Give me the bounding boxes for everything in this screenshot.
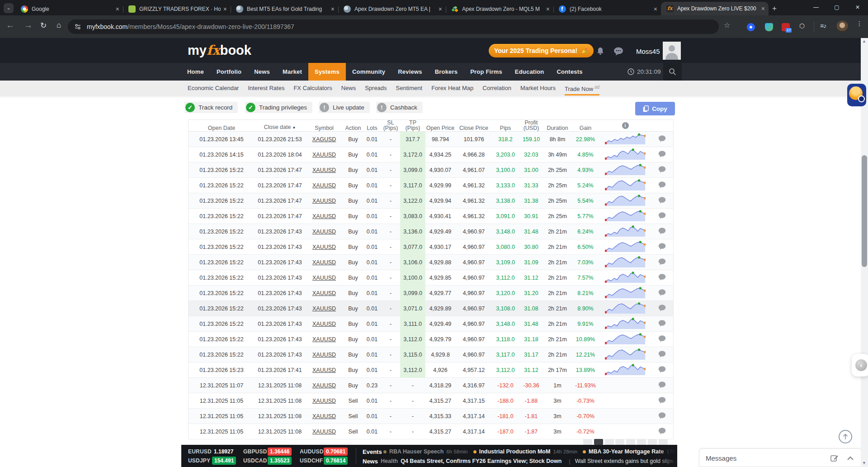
- trade-row[interactable]: 01.23.2026 15:2201.23.2026 17:43XAUUSDBu…: [189, 347, 673, 362]
- trade-row[interactable]: 01.23.2026 15:2201.23.2026 17:43XAUUSDBu…: [189, 286, 673, 301]
- subnav-item-trade-now[interactable]: Trade Nowad: [565, 81, 599, 95]
- comment-icon[interactable]: [651, 428, 673, 436]
- trade-row[interactable]: 12.31.2025 11:0512.31.2025 11:08XAUUSDSe…: [189, 409, 673, 424]
- symbol-link[interactable]: XAUUSD: [312, 352, 336, 358]
- nav-item-reviews[interactable]: Reviews: [392, 63, 428, 81]
- pagination-box[interactable]: [626, 439, 635, 445]
- new-tab-button[interactable]: +: [772, 4, 777, 13]
- pagination-box[interactable]: [648, 439, 657, 445]
- status-badge-track-record[interactable]: ✓Track record: [184, 102, 238, 113]
- symbol-link[interactable]: XAUUSD: [312, 290, 336, 296]
- nav-item-news[interactable]: News: [248, 63, 276, 81]
- subnav-item-correlation[interactable]: Correlation: [482, 81, 511, 95]
- extension-icon-blue[interactable]: [747, 23, 755, 31]
- symbol-link[interactable]: XAUUSD: [312, 382, 336, 389]
- scroll-to-top-button[interactable]: [839, 430, 852, 443]
- browser-tab[interactable]: GRIZZLY TRADERS FOREX · Hom×: [123, 3, 231, 15]
- symbol-link[interactable]: XAUUSD: [312, 398, 336, 404]
- comment-icon[interactable]: [651, 381, 673, 390]
- trade-row[interactable]: 01.23.2026 15:2201.23.2026 17:43XAUUSDBu…: [189, 301, 673, 316]
- column-header-lots[interactable]: Lots: [363, 125, 381, 131]
- logged-in-username[interactable]: Moss45: [636, 48, 660, 55]
- column-header-duration[interactable]: Duration: [544, 125, 571, 131]
- trade-row[interactable]: 01.23.2026 15:2201.23.2026 17:43XAUUSDBu…: [189, 270, 673, 286]
- compose-message-icon[interactable]: [830, 454, 839, 462]
- pagination-box[interactable]: [659, 439, 668, 445]
- tab-close-icon[interactable]: ×: [439, 5, 442, 13]
- pagination-box[interactable]: [583, 439, 592, 445]
- column-header-open-price[interactable]: Open Price: [425, 125, 455, 131]
- nav-item-community[interactable]: Community: [346, 63, 392, 81]
- myfxbook-logo[interactable]: myfxbook: [188, 43, 251, 58]
- subnav-item-sentiment[interactable]: Sentiment: [396, 81, 423, 95]
- nav-item-prop-firms[interactable]: Prop Firms: [464, 63, 509, 81]
- trade-row[interactable]: 01.23.2026 15:2201.23.2026 17:47XAUUSDBu…: [189, 193, 673, 209]
- browser-profile-avatar[interactable]: [836, 21, 848, 33]
- subnav-item-interest-rates[interactable]: Interest Rates: [248, 81, 284, 95]
- tab-close-icon[interactable]: ×: [116, 5, 119, 13]
- symbol-link[interactable]: XAUUSD: [312, 182, 336, 189]
- tab-close-icon[interactable]: ×: [331, 5, 335, 13]
- trade-row[interactable]: 01.23.2026 14:1501.23.2026 18:04XAUUSDBu…: [189, 147, 673, 162]
- scrollbar-up-arrow[interactable]: ▲: [862, 39, 866, 43]
- comment-icon[interactable]: [651, 135, 673, 143]
- reload-icon[interactable]: ↻: [40, 21, 47, 30]
- collapse-chevron-icon[interactable]: [847, 456, 854, 460]
- forward-icon[interactable]: →: [24, 20, 33, 30]
- quote-symbol[interactable]: EURUSD: [188, 448, 212, 455]
- window-minimize-button[interactable]: —: [806, 0, 826, 15]
- column-header-gain[interactable]: Gain: [571, 125, 600, 131]
- pagination-box[interactable]: [605, 439, 614, 445]
- event-name[interactable]: Industrial Production MoM: [479, 448, 551, 455]
- tab-close-icon[interactable]: ×: [223, 5, 227, 13]
- user-avatar[interactable]: [663, 42, 681, 60]
- quote-symbol[interactable]: USDJPY: [188, 457, 210, 464]
- comment-icon[interactable]: [651, 197, 673, 205]
- status-badge-cashback[interactable]: !Cashback: [376, 102, 423, 113]
- site-settings-icon[interactable]: [74, 23, 81, 30]
- subnav-item-economic-calendar[interactable]: Economic Calendar: [188, 81, 239, 95]
- browser-tab[interactable]: Google×: [15, 3, 123, 15]
- comment-icon[interactable]: [651, 181, 673, 190]
- nav-item-education[interactable]: Education: [509, 63, 551, 81]
- column-header-close-date[interactable]: Close date▼: [255, 124, 305, 131]
- comment-icon[interactable]: [651, 397, 673, 405]
- trade-row[interactable]: 12.31.2025 11:0712.31.2025 11:08XAUUSDBu…: [189, 378, 673, 393]
- browser-tab[interactable]: (2) Facebook×: [553, 3, 661, 15]
- symbol-link[interactable]: XAUUSD: [312, 367, 336, 373]
- nav-item-brokers[interactable]: Brokers: [429, 63, 464, 81]
- symbol-link[interactable]: XAUUSD: [312, 429, 336, 435]
- comment-icon[interactable]: [651, 335, 673, 343]
- comment-icon[interactable]: [651, 151, 673, 159]
- trade-row[interactable]: 01.23.2026 15:2201.23.2026 17:43XAUUSDBu…: [189, 316, 673, 332]
- browser-tab[interactable]: Apex Drawdown Zero - MQL5 M×: [446, 3, 553, 15]
- nav-item-market[interactable]: Market: [276, 63, 308, 81]
- comment-icon[interactable]: [651, 258, 673, 267]
- status-badge-trading-privileges[interactable]: ✓Trading privileges: [245, 102, 312, 113]
- column-header-action[interactable]: Action: [343, 125, 363, 131]
- news-ticker[interactable]: Health Q4 Beats Street, Confirms FY26 Ea…: [381, 457, 677, 465]
- quote-symbol[interactable]: USDCHF: [300, 457, 323, 464]
- comment-icon[interactable]: [651, 274, 673, 282]
- search-button[interactable]: [663, 63, 682, 81]
- pagination-box[interactable]: [594, 439, 603, 445]
- side-panel-extension-widget[interactable]: [847, 84, 866, 106]
- tab-close-icon[interactable]: ×: [654, 5, 657, 13]
- comment-icon[interactable]: [651, 320, 673, 328]
- trade-row[interactable]: 01.23.2026 15:2201.23.2026 17:43XAUUSDBu…: [189, 332, 673, 347]
- browser-tab[interactable]: Best MT5 EAs for Gold Trading×: [231, 3, 338, 15]
- subnav-item-fx-calculators[interactable]: FX Calculators: [293, 81, 332, 95]
- column-header-open-date[interactable]: Open Date: [189, 125, 255, 131]
- browser-tab[interactable]: Apex Drawdown Zero MT5 EA |×: [338, 3, 446, 15]
- window-close-button[interactable]: ✕: [847, 0, 868, 15]
- symbol-link[interactable]: XAUUSD: [312, 413, 336, 419]
- symbol-link[interactable]: XAGUSD: [312, 136, 336, 143]
- address-bar[interactable]: myfxbook.com/members/Moss45/apex-drawdow…: [68, 19, 719, 34]
- column-header-pips[interactable]: Pips: [492, 125, 519, 131]
- symbol-link[interactable]: XAUUSD: [312, 167, 336, 173]
- event-name[interactable]: RBA Hauser Speech: [389, 448, 443, 455]
- comment-icon[interactable]: [651, 212, 673, 220]
- symbol-link[interactable]: XAUUSD: [312, 213, 336, 219]
- events-ticker[interactable]: RBA Hauser Speech6h 58minIndustrial Prod…: [383, 448, 677, 456]
- symbol-link[interactable]: XAUUSD: [312, 198, 336, 204]
